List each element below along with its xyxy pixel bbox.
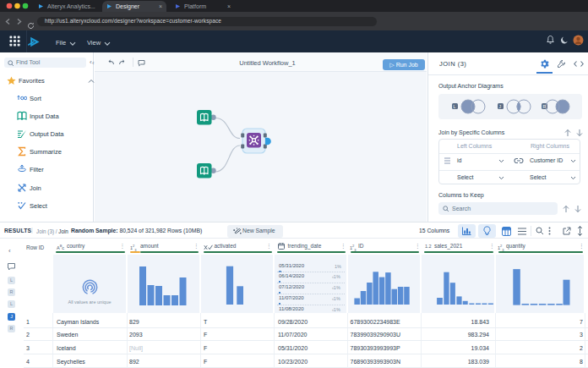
svg-text:L: L — [454, 104, 456, 109]
svg-text:R: R — [542, 104, 546, 109]
